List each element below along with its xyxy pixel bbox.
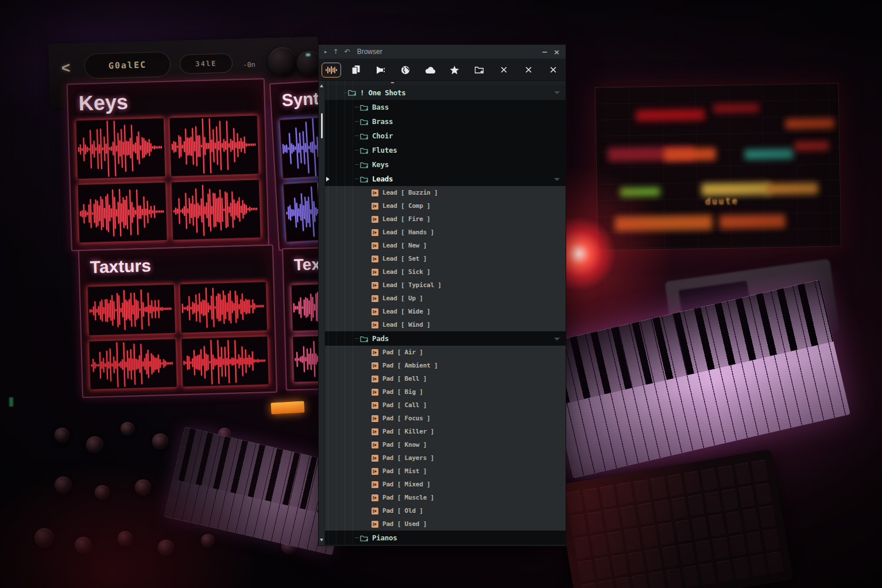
tree-item-pad-mixed[interactable]: Pad [ Mixed ] — [325, 478, 566, 491]
tree-folder-brass[interactable]: Brass — [325, 114, 566, 129]
toolbar-tab-cloud-library[interactable] — [417, 59, 442, 80]
tree-folder-leads[interactable]: Leads — [325, 172, 566, 186]
mixer-knob — [55, 428, 69, 443]
tree-item-lead-buzzin[interactable]: Lead [ Buzzin ] — [325, 186, 566, 199]
minimize-button[interactable]: − — [541, 48, 548, 56]
tree-row-label: Bass — [372, 103, 389, 111]
tree-item-pad-focus[interactable]: Pad [ Focus ] — [325, 412, 566, 425]
toolbar-tab-empty-slot-1[interactable] — [492, 59, 516, 80]
tree-row-label: Pad [ Know ] — [382, 441, 427, 448]
sample-icon — [372, 295, 378, 302]
mixer-knob — [34, 528, 54, 548]
tree-item-lead-new[interactable]: Lead [ New ] — [325, 239, 566, 252]
tree-item-lead-comp[interactable]: Lead [ Comp ] — [325, 199, 566, 212]
tree-folder-one-shots[interactable]: ! One Shots — [325, 85, 566, 100]
sample-icon — [372, 269, 378, 276]
sample-icon — [372, 402, 378, 409]
close-button[interactable]: × — [554, 48, 560, 56]
screen-block — [719, 214, 785, 229]
tree-folder-keys[interactable]: Keys — [325, 157, 566, 172]
tree-item-pad-old[interactable]: Pad [ Old ] — [325, 504, 566, 517]
mixer-knob — [118, 531, 133, 546]
sample-icon — [372, 508, 378, 514]
toolbar-tab-clipboard-files[interactable] — [343, 59, 368, 80]
tree-folder-choir[interactable]: Choir — [325, 129, 566, 143]
green-led — [9, 397, 13, 407]
tree-item-pad-killer[interactable]: Pad [ Killer ] — [325, 425, 566, 438]
pages-icon — [347, 62, 364, 78]
folder-dropdown-icon[interactable] — [554, 178, 560, 181]
folder-dropdown-icon[interactable] — [554, 91, 560, 94]
textures-panel-title: Taxturs — [90, 256, 151, 277]
tree-item-pad-mist[interactable]: Pad [ Mist ] — [325, 465, 566, 478]
sample-icon — [372, 308, 378, 315]
folder-icon — [360, 118, 368, 125]
mixer-knob — [86, 436, 103, 454]
browser-titlebar[interactable]: ▸ ↑ ↶ Browser − × — [319, 45, 566, 59]
mixer-knob — [75, 537, 92, 554]
tree-item-pad-bell[interactable]: Pad [ Bell ] — [325, 372, 566, 385]
tree-item-pad-muscle[interactable]: Pad [ Muscle ] — [325, 491, 566, 504]
tree-item-lead-hands[interactable]: Lead [ Hands ] — [325, 226, 566, 239]
tree-item-lead-typical[interactable]: Lead [ Typical ] — [325, 278, 566, 292]
folder-plus-icon — [471, 63, 488, 77]
tree-folder-pads[interactable]: Pads — [325, 331, 566, 346]
tree-folder-bass[interactable]: Bass — [325, 100, 566, 114]
toolbar-tab-empty-slot-2[interactable] — [516, 59, 541, 80]
tree-item-lead-sick[interactable]: Lead [ Sick ] — [325, 265, 566, 278]
tree-row-label: Lead [ Hands ] — [382, 229, 434, 236]
toolbar-tab-empty-slot-3[interactable] — [541, 59, 566, 80]
textures2-panel-title: Tex — [293, 255, 320, 274]
tree-row-label: Lead [ Fire ] — [382, 215, 431, 223]
scroll-up-icon[interactable] — [320, 84, 323, 87]
selected-row-marker — [326, 177, 330, 181]
folder-icon — [360, 104, 368, 111]
toolbar-tab-plugin-presets[interactable] — [368, 59, 393, 80]
tree-item-pad-know[interactable]: Pad [ Know ] — [325, 438, 566, 451]
tree-item-lead-set[interactable]: Lead [ Set ] — [325, 252, 566, 265]
tree-folder-pianos[interactable]: Pianos — [325, 531, 566, 545]
tree-row-label: Pad [ Layers ] — [382, 454, 434, 462]
toolbar-tab-add-folder[interactable] — [467, 59, 492, 80]
tree-item-pad-big[interactable]: Pad [ Big ] — [325, 385, 566, 399]
folder-dropdown-icon[interactable] — [554, 338, 560, 341]
tree-item-pad-layers[interactable]: Pad [ Layers ] — [325, 451, 566, 465]
waveform-icon — [322, 63, 341, 78]
tree-item-pad-ambient[interactable]: Pad [ Ambient ] — [325, 359, 566, 372]
mixer-knob — [152, 434, 168, 450]
waveform-display — [171, 179, 261, 241]
back-icon[interactable]: ↶ — [345, 48, 350, 55]
tree-row-label: Pad [ Focus ] — [382, 415, 431, 422]
mixer-knob — [95, 485, 110, 500]
tree-row-label: Flutes — [372, 146, 397, 154]
tree-item-lead-wind[interactable]: Lead [ Wind ] — [325, 318, 566, 331]
tree-row-label: Pad [ Old ] — [382, 507, 423, 514]
tree-row-label: ! One Shots — [360, 88, 405, 97]
toolbar-tab-audio-preview[interactable] — [319, 59, 343, 80]
toolbar-tab-favorites[interactable] — [442, 59, 467, 80]
tree-item-lead-fire[interactable]: Lead [ Fire ] — [325, 212, 566, 226]
tree-item-pad-air[interactable]: Pad [ Air ] — [325, 346, 566, 359]
sampler-label: -0n — [243, 61, 256, 69]
tree-item-pad-used[interactable]: Pad [ Used ] — [325, 517, 566, 531]
waveform-display — [179, 281, 268, 333]
tree-row-label: Pad [ Big ] — [382, 388, 423, 396]
sample-icon — [372, 442, 378, 448]
tree-item-lead-up[interactable]: Lead [ Up ] — [325, 292, 566, 305]
folder-icon — [360, 147, 368, 154]
up-level-icon[interactable]: ↑ — [333, 48, 339, 55]
scrollbar-thumb[interactable] — [321, 113, 323, 138]
blurred-daw-monitor: duute — [595, 83, 842, 250]
tree-row-label: Lead [ New ] — [382, 242, 427, 249]
tree-row-label: Lead [ Sick ] — [382, 268, 431, 276]
tree-scrollbar[interactable] — [319, 81, 325, 545]
tree-folder-flutes[interactable]: Flutes — [325, 143, 566, 157]
sample-icon — [372, 362, 378, 369]
tree-item-lead-wide[interactable]: Lead [ Wide ] — [325, 305, 566, 318]
tree-item-pad-call[interactable]: Pad [ Call ] — [325, 399, 566, 412]
scroll-down-icon[interactable] — [320, 539, 323, 541]
mixer-knob — [158, 540, 174, 556]
sampler-button-1: G0alEC — [84, 52, 171, 79]
panel-menu-icon[interactable]: ▸ — [324, 49, 327, 55]
toolbar-tab-internet-content[interactable] — [393, 59, 417, 80]
